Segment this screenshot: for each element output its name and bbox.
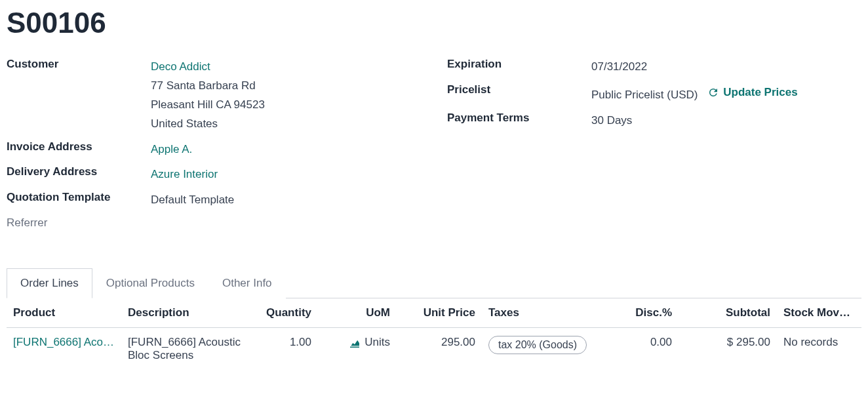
- update-prices-button[interactable]: Update Prices: [707, 83, 797, 102]
- unit-price-cell[interactable]: 295.00: [397, 328, 482, 371]
- payment-terms[interactable]: 30 Days: [591, 114, 632, 127]
- quotation-template-label: Quotation Template: [7, 191, 151, 204]
- customer-addr-line3: United States: [151, 117, 218, 130]
- customer-label: Customer: [7, 58, 151, 71]
- order-lines-table: Product Description Quantity UoM Unit Pr…: [7, 298, 861, 370]
- disc-cell[interactable]: 0.00: [613, 328, 679, 371]
- th-subtotal[interactable]: Subtotal: [679, 298, 777, 328]
- th-quantity[interactable]: Quantity: [252, 298, 318, 328]
- subtotal-cell: $ 295.00: [679, 328, 777, 371]
- description-cell[interactable]: [FURN_6666] Acoustic Bloc Screens: [121, 328, 252, 371]
- payment-terms-label: Payment Terms: [447, 112, 591, 125]
- th-product[interactable]: Product: [7, 298, 121, 328]
- stock-moves-cell: No records: [777, 328, 861, 371]
- th-unit-price[interactable]: Unit Price: [397, 298, 482, 328]
- tax-pill[interactable]: tax 20% (Goods): [488, 336, 587, 354]
- update-prices-label: Update Prices: [723, 83, 797, 102]
- refresh-icon: [707, 87, 719, 98]
- chart-icon[interactable]: [349, 338, 361, 348]
- uom-cell[interactable]: Units: [318, 328, 397, 371]
- th-uom[interactable]: UoM: [318, 298, 397, 328]
- th-taxes[interactable]: Taxes: [482, 298, 613, 328]
- delivery-address-label: Delivery Address: [7, 165, 151, 178]
- th-description[interactable]: Description: [121, 298, 252, 328]
- product-cell[interactable]: [FURN_6666] Aco…: [13, 336, 115, 349]
- expiration[interactable]: 07/31/2022: [591, 60, 647, 73]
- delivery-address[interactable]: Azure Interior: [151, 168, 218, 180]
- table-row[interactable]: [FURN_6666] Aco… [FURN_6666] Acoustic Bl…: [7, 328, 861, 371]
- taxes-cell[interactable]: tax 20% (Goods): [482, 328, 613, 371]
- customer-name[interactable]: Deco Addict: [151, 60, 210, 73]
- quantity-cell[interactable]: 1.00: [252, 328, 318, 371]
- page-title: S00106: [7, 7, 861, 39]
- tab-other-info[interactable]: Other Info: [208, 268, 286, 298]
- tab-optional-products[interactable]: Optional Products: [92, 268, 208, 298]
- quotation-template[interactable]: Default Template: [151, 193, 234, 206]
- pricelist[interactable]: Public Pricelist (USD): [591, 89, 698, 101]
- expiration-label: Expiration: [447, 58, 591, 71]
- th-stock-moves[interactable]: Stock Mov…: [777, 298, 861, 328]
- invoice-address-label: Invoice Address: [7, 140, 151, 153]
- tab-order-lines[interactable]: Order Lines: [7, 268, 92, 298]
- customer-addr-line1: 77 Santa Barbara Rd: [151, 79, 256, 92]
- tabs: Order Lines Optional Products Other Info: [7, 268, 861, 298]
- th-disc[interactable]: Disc.%: [613, 298, 679, 328]
- customer-addr-line2: Pleasant Hill CA 94523: [151, 98, 265, 111]
- invoice-address[interactable]: Apple A.: [151, 143, 192, 155]
- referrer-label: Referrer: [7, 216, 151, 230]
- pricelist-label: Pricelist: [447, 83, 591, 96]
